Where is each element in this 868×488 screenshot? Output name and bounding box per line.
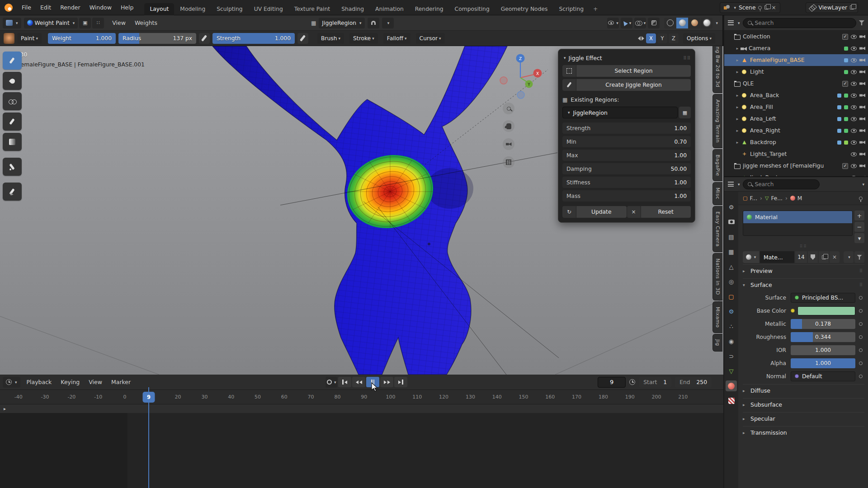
eye-icon[interactable] <box>851 94 857 98</box>
properties-tab-material[interactable] <box>726 380 737 391</box>
expand-icon[interactable]: ▸ <box>734 117 741 121</box>
eye-icon[interactable] <box>851 82 857 86</box>
jiggle-field-strength[interactable]: Strength1.00 <box>562 122 691 134</box>
properties-tab-object[interactable]: ▢ <box>726 291 737 302</box>
next-keyframe-button[interactable] <box>380 377 393 387</box>
eye-icon[interactable] <box>851 105 857 109</box>
panel-diffuse[interactable]: ▸Diffuse <box>743 384 864 397</box>
keyframe-dot-icon[interactable] <box>859 296 863 300</box>
editor-type-button[interactable]: ▾ <box>3 18 21 28</box>
eye-icon[interactable] <box>851 141 857 145</box>
eye-icon[interactable] <box>851 47 857 51</box>
material-slot-1[interactable]: Material <box>743 211 852 223</box>
properties-tab-view-layer[interactable]: ▦ <box>726 246 737 257</box>
pressure-toggle-button[interactable] <box>297 33 308 44</box>
render-visibility-icon[interactable] <box>859 117 865 121</box>
outliner-row-area-left[interactable]: ▸Area_Left <box>724 113 868 125</box>
render-visibility-icon[interactable] <box>859 58 865 62</box>
outliner-editor-icon[interactable] <box>728 20 734 25</box>
eye-icon[interactable] <box>851 152 857 156</box>
properties-tab-output[interactable]: ▤ <box>726 231 737 242</box>
render-visibility-icon[interactable] <box>859 81 865 86</box>
render-visibility-icon[interactable] <box>859 140 865 145</box>
timeline-menu-playback[interactable]: Playback <box>22 375 57 389</box>
previous-keyframe-button[interactable] <box>352 377 365 387</box>
jiggle-select-region-button[interactable]: Select Region <box>576 65 691 77</box>
render-visibility-icon[interactable] <box>859 34 865 39</box>
outliner-row-jiggleregion[interactable]: ▲JiggleRegion <box>724 172 868 177</box>
outliner-row-femalefigure-base[interactable]: ▸▲FemaleFigure_BASE <box>724 54 868 66</box>
refresh-icon[interactable]: ↻ <box>562 206 576 218</box>
browse-material-button[interactable]: ▾ <box>743 251 759 263</box>
panel-specular[interactable]: ▸Specular <box>743 412 864 425</box>
remove-slot-button[interactable]: − <box>854 222 864 232</box>
prop-normal-select[interactable]: Default <box>791 371 855 381</box>
sidebar-tab-misc[interactable]: Misc <box>712 182 722 205</box>
gizmos-dropdown[interactable]: ▾ <box>621 18 632 28</box>
menu-edit[interactable]: Edit <box>36 4 56 11</box>
workspace-tab-sculpting[interactable]: Sculpting <box>211 3 248 15</box>
shading-settings-dropdown[interactable]: ▾ <box>716 21 718 25</box>
render-visibility-icon[interactable] <box>859 164 865 168</box>
shading-material-button[interactable] <box>689 18 700 28</box>
fake-user-button[interactable] <box>808 251 818 263</box>
frame-start-field[interactable]: Start 1 <box>639 377 671 388</box>
render-visibility-icon[interactable] <box>859 70 865 74</box>
workspace-tab-geometry-nodes[interactable]: Geometry Nodes <box>495 3 553 15</box>
viewport-menu-view[interactable]: View <box>108 15 130 30</box>
slider-strength[interactable]: Strength1.000 <box>212 33 295 44</box>
gizmo-minus-x[interactable] <box>500 77 507 84</box>
slot-specials-button[interactable]: ▾ <box>854 233 864 243</box>
overlays-dropdown[interactable]: ▾ <box>634 18 646 28</box>
vertex-mask-toggle[interactable]: ∷ <box>92 18 104 28</box>
breadcrumb-m[interactable]: M <box>790 195 802 202</box>
prop-roughness-slider[interactable]: 0.344 <box>791 332 855 342</box>
region-dropdown[interactable]: ▾ JiggleRegion <box>562 107 678 118</box>
jiggle-field-damping[interactable]: Damping50.00 <box>562 163 691 174</box>
keyframe-dot-icon[interactable] <box>859 375 863 378</box>
dropdown-cursor[interactable]: Cursor▾ <box>416 33 445 44</box>
jiggle-create-jiggle-region-icon[interactable] <box>562 79 576 91</box>
sidebar-tab-amazing-terrain[interactable]: Amazing Terrain <box>712 94 722 148</box>
properties-tab-modifiers[interactable]: ⚙ <box>726 306 737 317</box>
viewlayer-selector[interactable]: ViewLayer <box>806 2 858 13</box>
outliner-row-qle[interactable]: QLE <box>724 78 868 89</box>
material-filter-button[interactable] <box>854 251 864 263</box>
filter-icon[interactable] <box>859 20 864 25</box>
brush-dropdown[interactable]: Paint ▾ <box>17 33 42 44</box>
expand-icon[interactable]: ▸ <box>734 46 741 51</box>
expand-icon[interactable]: ▸ <box>734 140 741 145</box>
pause-button[interactable] <box>366 377 379 387</box>
gizmo-minus-z[interactable] <box>517 91 524 99</box>
render-visibility-icon[interactable] <box>859 93 865 98</box>
prop-surface-select[interactable]: Principled BS... <box>791 293 855 303</box>
sidebar-tab-nations-in-3d[interactable]: Nations in 3D <box>712 253 722 300</box>
keyframe-dot-icon[interactable] <box>859 309 863 313</box>
panel-preview[interactable]: ▸ Preview ⠿ <box>743 264 864 277</box>
tool-draw-brush[interactable] <box>3 52 22 70</box>
workspace-tab-rendering[interactable]: Rendering <box>410 3 449 15</box>
render-visibility-icon[interactable] <box>859 46 865 51</box>
current-frame-field[interactable]: 9 <box>598 377 626 388</box>
add-workspace-button[interactable]: + <box>590 3 601 15</box>
collapse-icon[interactable]: ▾ <box>564 56 566 60</box>
workspace-tab-modeling[interactable]: Modeling <box>175 3 211 15</box>
properties-tab-render[interactable] <box>726 216 737 227</box>
outliner-row-jiggle-meshes-of-femalefigu[interactable]: jiggle meshes of [FemaleFigu <box>724 160 868 172</box>
keyframe-dot-icon[interactable] <box>859 348 863 352</box>
pan-button[interactable] <box>503 120 514 132</box>
sidebar-tab-azing-bw-2d-to-3d[interactable]: azing Bw 2d to 3d <box>712 46 722 93</box>
workspace-tab-shading[interactable]: Shading <box>336 3 369 15</box>
snap-settings-dropdown[interactable]: ▾ <box>382 18 394 28</box>
sidebar-tab-bagapie[interactable]: BagaPie <box>712 149 722 182</box>
panel-transmission[interactable]: ▸Transmission <box>743 426 864 439</box>
sidebar-tab-mixamo[interactable]: Mixamo <box>712 301 722 333</box>
timeline-body[interactable]: ▸ <box>0 404 723 488</box>
prop-alpha-slider[interactable]: 1.000 <box>791 358 855 368</box>
add-slot-button[interactable]: + <box>854 211 864 221</box>
workspace-tab-compositing[interactable]: Compositing <box>449 3 495 15</box>
xray-toggle[interactable] <box>648 18 660 28</box>
frame-end-field[interactable]: End 250 <box>675 377 712 388</box>
timeline-ruler[interactable]: -40-30-20-100203040506070809010011012013… <box>0 390 723 404</box>
dropdown-falloff[interactable]: Falloff▾ <box>383 33 410 44</box>
